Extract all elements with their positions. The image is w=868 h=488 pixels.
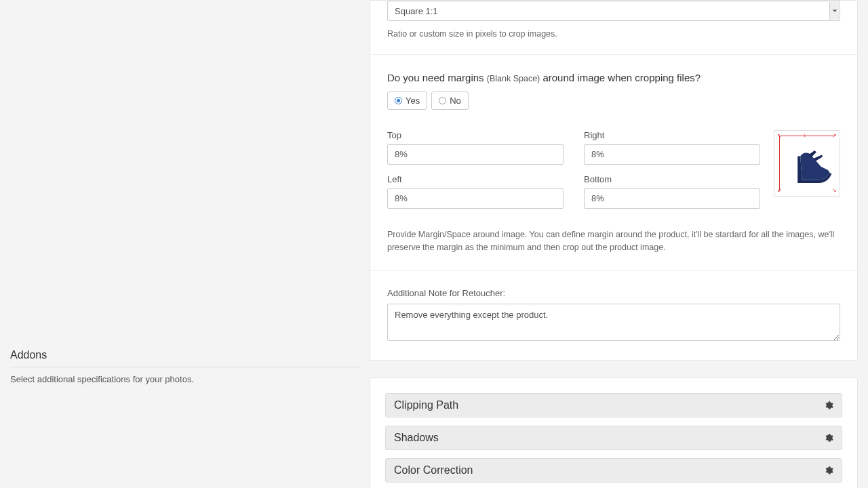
margins-no-radio[interactable]: No bbox=[431, 92, 469, 110]
margin-top-input[interactable] bbox=[387, 144, 564, 165]
margin-left-input[interactable] bbox=[387, 188, 564, 209]
addon-label: Clipping Path bbox=[394, 399, 458, 411]
addon-color-correction[interactable]: Color Correction bbox=[385, 458, 842, 483]
addons-subtitle: Select additional specifications for you… bbox=[10, 374, 359, 384]
margins-no-label: No bbox=[450, 96, 461, 106]
crop-ratio-help: Ratio or custom size in pixels to crop i… bbox=[387, 28, 840, 41]
margin-preview-image: ↖ ↗ ↙ ↘ ↕ bbox=[774, 130, 840, 197]
margin-bottom-label: Bottom bbox=[584, 174, 760, 184]
margins-question: Do you need margins (Blank Space) around… bbox=[387, 72, 840, 83]
addon-label: Color Correction bbox=[394, 464, 473, 476]
margins-help: Provide Margin/Space around image. You c… bbox=[387, 228, 840, 254]
note-label: Additional Note for Retoucher: bbox=[387, 288, 840, 298]
margin-top-label: Top bbox=[387, 130, 564, 140]
radio-icon bbox=[439, 97, 446, 104]
crop-ratio-select[interactable]: Square 1:1 bbox=[387, 1, 840, 21]
chevron-down-icon bbox=[829, 2, 839, 20]
settings-card: Square 1:1 Ratio or custom size in pixel… bbox=[370, 0, 858, 361]
gear-icon bbox=[824, 401, 833, 410]
margin-bottom-input[interactable] bbox=[584, 188, 760, 209]
margin-right-input[interactable] bbox=[584, 144, 760, 165]
margin-left-label: Left bbox=[387, 174, 564, 184]
addons-title: Addons bbox=[10, 349, 359, 367]
addon-shadows[interactable]: Shadows bbox=[385, 426, 842, 450]
gear-icon bbox=[824, 466, 833, 475]
addons-card: Clipping Path Shadows Color Correction bbox=[370, 378, 858, 488]
margin-right-label: Right bbox=[584, 130, 760, 140]
margins-yes-label: Yes bbox=[406, 96, 420, 106]
addon-clipping-path[interactable]: Clipping Path bbox=[385, 393, 842, 418]
gear-icon bbox=[824, 433, 833, 443]
shoe-icon bbox=[789, 145, 833, 190]
radio-icon bbox=[395, 97, 402, 104]
crop-ratio-value: Square 1:1 bbox=[395, 6, 438, 16]
addon-label: Shadows bbox=[394, 432, 439, 444]
margins-yes-radio[interactable]: Yes bbox=[387, 92, 427, 110]
note-textarea[interactable]: Remove everything except the product. bbox=[387, 304, 840, 341]
